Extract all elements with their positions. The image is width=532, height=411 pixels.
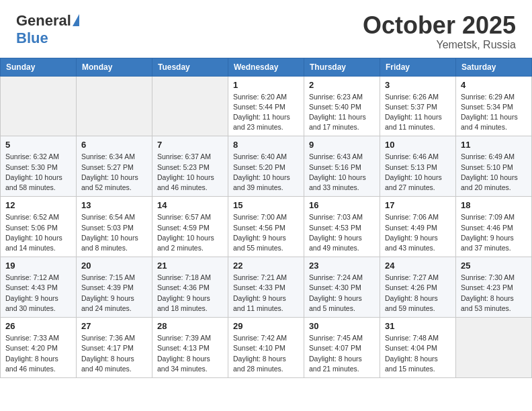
calendar-table: SundayMondayTuesdayWednesdayThursdayFrid…: [0, 58, 532, 378]
cell-daylight-info: Sunrise: 7:27 AM Sunset: 4:26 PM Dayligh…: [385, 273, 451, 314]
cell-day-number: 4: [461, 80, 527, 90]
calendar-title: October 2025: [363, 12, 516, 39]
cell-day-number: 11: [461, 140, 527, 150]
calendar-cell: [152, 76, 228, 136]
calendar-body: 1Sunrise: 6:20 AM Sunset: 5:44 PM Daylig…: [1, 76, 532, 377]
cell-daylight-info: Sunrise: 6:26 AM Sunset: 5:37 PM Dayligh…: [385, 92, 451, 133]
calendar-cell: 1Sunrise: 6:20 AM Sunset: 5:44 PM Daylig…: [228, 76, 304, 136]
cell-day-number: 6: [81, 140, 147, 150]
logo-triangle-icon: [73, 14, 79, 26]
calendar-cell: 2Sunrise: 6:23 AM Sunset: 5:40 PM Daylig…: [304, 76, 380, 136]
calendar-cell: 23Sunrise: 7:24 AM Sunset: 4:30 PM Dayli…: [304, 257, 380, 318]
cell-day-number: 23: [309, 261, 375, 271]
calendar-cell: 3Sunrise: 6:26 AM Sunset: 5:37 PM Daylig…: [380, 76, 456, 136]
cell-daylight-info: Sunrise: 7:30 AM Sunset: 4:23 PM Dayligh…: [461, 273, 527, 314]
calendar-cell: 6Sunrise: 6:34 AM Sunset: 5:27 PM Daylig…: [77, 136, 152, 197]
cell-day-number: 10: [385, 140, 451, 150]
cell-daylight-info: Sunrise: 7:45 AM Sunset: 4:07 PM Dayligh…: [309, 333, 375, 374]
cell-daylight-info: Sunrise: 7:33 AM Sunset: 4:20 PM Dayligh…: [5, 333, 71, 374]
weekday-header-thursday: Thursday: [304, 58, 380, 76]
cell-day-number: 29: [233, 321, 299, 331]
cell-day-number: 2: [309, 80, 375, 90]
cell-day-number: 3: [385, 80, 451, 90]
cell-day-number: 21: [157, 261, 223, 271]
cell-daylight-info: Sunrise: 7:48 AM Sunset: 4:04 PM Dayligh…: [385, 333, 451, 374]
calendar-cell: 20Sunrise: 7:15 AM Sunset: 4:39 PM Dayli…: [77, 257, 152, 318]
calendar-cell: [1, 76, 77, 136]
cell-day-number: 27: [81, 321, 147, 331]
cell-daylight-info: Sunrise: 7:15 AM Sunset: 4:39 PM Dayligh…: [81, 273, 147, 314]
calendar-cell: 17Sunrise: 7:06 AM Sunset: 4:49 PM Dayli…: [380, 197, 456, 257]
calendar-cell: 19Sunrise: 7:12 AM Sunset: 4:43 PM Dayli…: [1, 257, 77, 318]
cell-daylight-info: Sunrise: 7:24 AM Sunset: 4:30 PM Dayligh…: [309, 273, 375, 314]
calendar-cell: 16Sunrise: 7:03 AM Sunset: 4:53 PM Dayli…: [304, 197, 380, 257]
calendar-cell: 9Sunrise: 6:43 AM Sunset: 5:16 PM Daylig…: [304, 136, 380, 197]
cell-daylight-info: Sunrise: 7:03 AM Sunset: 4:53 PM Dayligh…: [309, 212, 375, 253]
calendar-cell: 13Sunrise: 6:54 AM Sunset: 5:03 PM Dayli…: [77, 197, 152, 257]
cell-day-number: 14: [157, 200, 223, 210]
cell-day-number: 25: [461, 261, 527, 271]
cell-daylight-info: Sunrise: 6:34 AM Sunset: 5:27 PM Dayligh…: [81, 152, 147, 193]
calendar-cell: 11Sunrise: 6:49 AM Sunset: 5:10 PM Dayli…: [456, 136, 532, 197]
cell-day-number: 28: [157, 321, 223, 331]
calendar-cell: 10Sunrise: 6:46 AM Sunset: 5:13 PM Dayli…: [380, 136, 456, 197]
cell-daylight-info: Sunrise: 6:23 AM Sunset: 5:40 PM Dayligh…: [309, 92, 375, 133]
cell-daylight-info: Sunrise: 7:00 AM Sunset: 4:56 PM Dayligh…: [233, 212, 299, 253]
cell-day-number: 22: [233, 261, 299, 271]
logo: General Blue: [16, 12, 79, 47]
cell-day-number: 31: [385, 321, 451, 331]
calendar-cell: 26Sunrise: 7:33 AM Sunset: 4:20 PM Dayli…: [1, 318, 77, 378]
calendar-cell: 15Sunrise: 7:00 AM Sunset: 4:56 PM Dayli…: [228, 197, 304, 257]
calendar-cell: 8Sunrise: 6:40 AM Sunset: 5:20 PM Daylig…: [228, 136, 304, 197]
cell-day-number: 13: [81, 200, 147, 210]
cell-daylight-info: Sunrise: 6:20 AM Sunset: 5:44 PM Dayligh…: [233, 92, 299, 133]
cell-day-number: 17: [385, 200, 451, 210]
cell-daylight-info: Sunrise: 7:21 AM Sunset: 4:33 PM Dayligh…: [233, 273, 299, 314]
cell-daylight-info: Sunrise: 6:54 AM Sunset: 5:03 PM Dayligh…: [81, 212, 147, 253]
cell-daylight-info: Sunrise: 6:37 AM Sunset: 5:23 PM Dayligh…: [157, 152, 223, 193]
calendar-cell: 31Sunrise: 7:48 AM Sunset: 4:04 PM Dayli…: [380, 318, 456, 378]
logo-blue-text: Blue: [16, 30, 48, 47]
cell-daylight-info: Sunrise: 6:52 AM Sunset: 5:06 PM Dayligh…: [5, 212, 71, 253]
calendar-cell: 21Sunrise: 7:18 AM Sunset: 4:36 PM Dayli…: [152, 257, 228, 318]
cell-day-number: 24: [385, 261, 451, 271]
weekday-header-row: SundayMondayTuesdayWednesdayThursdayFrid…: [1, 58, 532, 76]
cell-day-number: 18: [461, 200, 527, 210]
cell-day-number: 12: [5, 200, 71, 210]
calendar-cell: 30Sunrise: 7:45 AM Sunset: 4:07 PM Dayli…: [304, 318, 380, 378]
cell-daylight-info: Sunrise: 6:46 AM Sunset: 5:13 PM Dayligh…: [385, 152, 451, 193]
cell-daylight-info: Sunrise: 6:32 AM Sunset: 5:30 PM Dayligh…: [5, 152, 71, 193]
header: General Blue October 2025 Yemetsk, Russi…: [0, 0, 532, 58]
calendar-week-row: 12Sunrise: 6:52 AM Sunset: 5:06 PM Dayli…: [1, 197, 532, 257]
cell-day-number: 30: [309, 321, 375, 331]
cell-daylight-info: Sunrise: 6:40 AM Sunset: 5:20 PM Dayligh…: [233, 152, 299, 193]
cell-day-number: 20: [81, 261, 147, 271]
calendar-cell: 18Sunrise: 7:09 AM Sunset: 4:46 PM Dayli…: [456, 197, 532, 257]
calendar-cell: 27Sunrise: 7:36 AM Sunset: 4:17 PM Dayli…: [77, 318, 152, 378]
calendar-cell: [77, 76, 152, 136]
cell-daylight-info: Sunrise: 6:29 AM Sunset: 5:34 PM Dayligh…: [461, 92, 527, 133]
calendar-cell: [456, 318, 532, 378]
weekday-header-saturday: Saturday: [456, 58, 532, 76]
calendar-week-row: 1Sunrise: 6:20 AM Sunset: 5:44 PM Daylig…: [1, 76, 532, 136]
calendar-week-row: 26Sunrise: 7:33 AM Sunset: 4:20 PM Dayli…: [1, 318, 532, 378]
calendar-cell: 12Sunrise: 6:52 AM Sunset: 5:06 PM Dayli…: [1, 197, 77, 257]
cell-daylight-info: Sunrise: 7:09 AM Sunset: 4:46 PM Dayligh…: [461, 212, 527, 253]
cell-day-number: 26: [5, 321, 71, 331]
cell-day-number: 7: [157, 140, 223, 150]
calendar-cell: 4Sunrise: 6:29 AM Sunset: 5:34 PM Daylig…: [456, 76, 532, 136]
cell-daylight-info: Sunrise: 7:42 AM Sunset: 4:10 PM Dayligh…: [233, 333, 299, 374]
calendar-cell: 14Sunrise: 6:57 AM Sunset: 4:59 PM Dayli…: [152, 197, 228, 257]
cell-daylight-info: Sunrise: 6:49 AM Sunset: 5:10 PM Dayligh…: [461, 152, 527, 193]
weekday-header-wednesday: Wednesday: [228, 58, 304, 76]
cell-day-number: 8: [233, 140, 299, 150]
title-block: October 2025 Yemetsk, Russia: [363, 12, 516, 51]
cell-daylight-info: Sunrise: 7:12 AM Sunset: 4:43 PM Dayligh…: [5, 273, 71, 314]
cell-day-number: 16: [309, 200, 375, 210]
calendar-cell: 28Sunrise: 7:39 AM Sunset: 4:13 PM Dayli…: [152, 318, 228, 378]
cell-day-number: 15: [233, 200, 299, 210]
calendar-cell: 24Sunrise: 7:27 AM Sunset: 4:26 PM Dayli…: [380, 257, 456, 318]
calendar-header: SundayMondayTuesdayWednesdayThursdayFrid…: [1, 58, 532, 76]
cell-daylight-info: Sunrise: 7:06 AM Sunset: 4:49 PM Dayligh…: [385, 212, 451, 253]
calendar-week-row: 5Sunrise: 6:32 AM Sunset: 5:30 PM Daylig…: [1, 136, 532, 197]
